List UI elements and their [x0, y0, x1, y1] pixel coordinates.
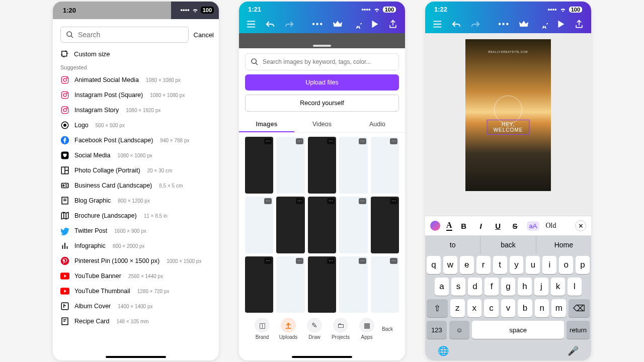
- key-i[interactable]: i: [542, 256, 556, 274]
- nav-back[interactable]: Back: [380, 326, 395, 332]
- upload-thumbnail[interactable]: [245, 256, 273, 313]
- key-s[interactable]: s: [451, 278, 465, 296]
- suggestion-3[interactable]: Home: [536, 236, 591, 254]
- design-type-row[interactable]: Instagram Post (Square)1080 × 1080 px: [60, 87, 211, 103]
- numbers-key[interactable]: 123: [427, 321, 447, 339]
- text-color-button[interactable]: A: [446, 221, 452, 231]
- key-n[interactable]: n: [535, 299, 549, 317]
- tab-images[interactable]: Images: [239, 117, 294, 132]
- italic-button[interactable]: I: [475, 222, 487, 230]
- upload-thumbnail[interactable]: [245, 137, 273, 194]
- design-page[interactable]: REALLYGREATSITE.COM HEY, WELCOME: [465, 39, 551, 191]
- more-icon[interactable]: •••: [498, 20, 510, 29]
- record-yourself-button[interactable]: Record yourself: [245, 95, 399, 112]
- globe-key[interactable]: 🌐: [438, 345, 449, 356]
- canvas-area[interactable]: REALLYGREATSITE.COM HEY, WELCOME: [425, 33, 591, 216]
- pro-crown-icon[interactable]: [519, 20, 529, 29]
- bold-button[interactable]: B: [458, 222, 469, 230]
- design-type-row[interactable]: Facebook Post (Landscape)940 × 788 px: [60, 133, 211, 148]
- site-text[interactable]: REALLYGREATSITE.COM: [465, 39, 551, 53]
- redo-icon[interactable]: [470, 20, 480, 28]
- upload-thumbnail[interactable]: [245, 197, 273, 253]
- design-type-row[interactable]: Recipe Card148 × 105 mm: [60, 314, 211, 329]
- suggestion-1[interactable]: to: [425, 236, 480, 254]
- nav-uploads[interactable]: Uploads: [275, 318, 301, 340]
- key-l[interactable]: l: [568, 278, 582, 296]
- design-type-row[interactable]: Social Media1080 × 1080 px: [60, 148, 211, 163]
- undo-icon[interactable]: [265, 20, 275, 28]
- upload-thumbnail[interactable]: [276, 137, 304, 194]
- close-toolbar-button[interactable]: ✕: [575, 220, 586, 231]
- key-y[interactable]: y: [510, 256, 524, 274]
- image-search-field[interactable]: [245, 53, 399, 70]
- upload-thumbnail[interactable]: [276, 197, 304, 253]
- key-h[interactable]: h: [518, 278, 532, 296]
- key-q[interactable]: q: [427, 256, 441, 274]
- tab-audio[interactable]: Audio: [350, 117, 405, 132]
- key-t[interactable]: t: [493, 256, 507, 274]
- key-u[interactable]: u: [526, 256, 540, 274]
- nav-apps[interactable]: ▦Apps: [354, 318, 380, 340]
- design-type-row[interactable]: YouTube Banner2560 × 1440 px: [60, 268, 211, 284]
- nav-brand[interactable]: ◫Brand: [249, 318, 275, 340]
- magic-icon[interactable]: [430, 221, 440, 231]
- search-field[interactable]: [60, 27, 189, 43]
- upload-thumbnail[interactable]: [339, 197, 367, 253]
- key-c[interactable]: c: [484, 299, 499, 317]
- key-e[interactable]: e: [460, 256, 474, 274]
- return-key[interactable]: return: [567, 321, 590, 339]
- design-type-row[interactable]: Infographic800 × 2000 px: [60, 238, 211, 253]
- key-b[interactable]: b: [518, 299, 532, 317]
- design-type-row[interactable]: Animated Social Media1080 × 1080 px: [60, 72, 211, 87]
- design-type-row[interactable]: Business Card (Landscape)8.5 × 5 cm: [60, 178, 211, 193]
- design-type-row[interactable]: Brochure (Landscape)11 × 8.5 in: [60, 208, 211, 223]
- upload-thumbnail[interactable]: [371, 137, 399, 194]
- play-icon[interactable]: [557, 20, 565, 29]
- share-icon[interactable]: [388, 19, 398, 29]
- share-icon[interactable]: [574, 19, 584, 29]
- selected-text-box[interactable]: HEY, WELCOME: [487, 120, 530, 135]
- upload-thumbnail[interactable]: [276, 256, 304, 313]
- key-k[interactable]: k: [551, 278, 565, 296]
- design-type-row[interactable]: Album Cover1400 × 1400 px: [60, 299, 211, 314]
- comment-icon[interactable]: [538, 20, 548, 29]
- underline-button[interactable]: U: [493, 222, 504, 230]
- upload-thumbnail[interactable]: [371, 197, 399, 253]
- key-f[interactable]: f: [485, 278, 499, 296]
- upload-files-button[interactable]: Upload files: [245, 74, 399, 90]
- home-indicator[interactable]: [106, 356, 166, 358]
- space-key[interactable]: space: [472, 321, 564, 339]
- key-o[interactable]: o: [559, 256, 573, 274]
- nav-projects[interactable]: 🗀Projects: [328, 318, 354, 340]
- home-indicator[interactable]: [292, 356, 352, 358]
- design-type-row[interactable]: Blog Graphic800 × 1200 px: [60, 193, 211, 208]
- key-z[interactable]: z: [450, 299, 465, 317]
- design-type-row[interactable]: Logo500 × 500 px: [60, 118, 211, 133]
- menu-icon[interactable]: [246, 20, 256, 28]
- case-button[interactable]: aA: [527, 221, 540, 231]
- mic-key[interactable]: 🎤: [568, 345, 579, 356]
- play-icon[interactable]: [371, 20, 379, 29]
- key-g[interactable]: g: [501, 278, 515, 296]
- pro-crown-icon[interactable]: [333, 20, 343, 29]
- upload-thumbnail[interactable]: [339, 256, 367, 313]
- key-x[interactable]: x: [467, 299, 482, 317]
- key-j[interactable]: j: [534, 278, 548, 296]
- custom-size-row[interactable]: Custom size: [60, 47, 211, 61]
- key-m[interactable]: m: [551, 299, 566, 317]
- upload-thumbnail[interactable]: [308, 256, 336, 313]
- upload-thumbnail[interactable]: [339, 137, 367, 194]
- design-type-row[interactable]: Pinterest Pin (1000 × 1500 px)1000 × 150…: [60, 253, 211, 268]
- key-w[interactable]: w: [443, 256, 457, 274]
- strikethrough-button[interactable]: S: [510, 222, 521, 230]
- key-d[interactable]: d: [468, 278, 482, 296]
- undo-icon[interactable]: [451, 20, 461, 28]
- key-r[interactable]: r: [476, 256, 491, 274]
- tab-videos[interactable]: Videos: [294, 117, 350, 132]
- upload-thumbnail[interactable]: [371, 256, 399, 313]
- cancel-button[interactable]: Cancel: [194, 31, 214, 39]
- search-input[interactable]: [78, 31, 183, 39]
- design-type-row[interactable]: YouTube Thumbnail1280 × 720 px: [60, 284, 211, 299]
- design-type-row[interactable]: Instagram Story1080 × 1920 px: [60, 103, 211, 118]
- comment-icon[interactable]: [352, 20, 362, 29]
